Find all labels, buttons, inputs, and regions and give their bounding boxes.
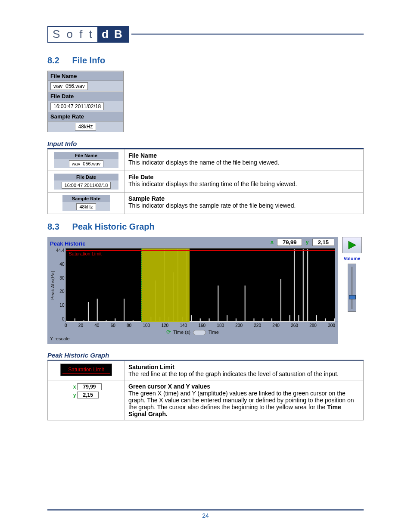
rescale-icon[interactable]: ⟳ bbox=[166, 329, 171, 335]
section-number: 8.2 bbox=[47, 56, 70, 65]
waveform bbox=[66, 249, 335, 322]
volume-label: Volume bbox=[344, 256, 361, 261]
peak-historic-desc-table: Saturation Limit Saturation Limit The re… bbox=[47, 361, 364, 420]
table-row: File Date 16:00:47 2011/02/18 File Date … bbox=[48, 171, 364, 193]
table-row: x79,99 y2,15 Green cursor X and Y values… bbox=[48, 380, 364, 420]
file-name-value: wav_056.wav bbox=[50, 82, 88, 90]
mini-file-name: File Name wav_056.wav bbox=[54, 152, 118, 168]
green-cursor[interactable] bbox=[141, 249, 142, 322]
chart-title: Peak Historic bbox=[50, 240, 85, 247]
desc-text: This indicator displays the sample rate … bbox=[128, 202, 296, 209]
page-number: 24 bbox=[202, 512, 209, 519]
peak-historic-chart[interactable]: Peak Historic x 79,99 y 2,15 Peak Abs(Pa… bbox=[47, 237, 338, 344]
x-ticks: 0204060801001201401601802002202402602803… bbox=[50, 322, 335, 328]
desc-text: This indicator displays the starting tim… bbox=[128, 180, 297, 187]
header-rule bbox=[131, 34, 364, 35]
cursor-readout: x 79,99 y 2,15 bbox=[271, 239, 334, 246]
desc-head: File Name bbox=[128, 152, 157, 159]
xy-readout-chip: x79,99 y2,15 bbox=[71, 383, 101, 398]
desc-text: The green X (time) and Y (amplitude) val… bbox=[128, 390, 354, 411]
file-date-label: File Date bbox=[48, 91, 123, 101]
peak-historic-chart-wrap: Peak Historic x 79,99 y 2,15 Peak Abs(Pa… bbox=[47, 237, 364, 344]
volume-slider[interactable] bbox=[348, 264, 356, 312]
desc-head: Green cursor X and Y values bbox=[128, 383, 210, 390]
mini-sample-rate: Sample Rate 48kHz bbox=[62, 195, 110, 211]
cursor-x-label: x bbox=[271, 239, 274, 246]
chart-side-panel: Volume bbox=[340, 237, 364, 344]
chart-canvas[interactable]: Saturation Limit bbox=[65, 248, 335, 322]
y-rescale-label[interactable]: Y rescale bbox=[50, 336, 335, 341]
desc-head: File Date bbox=[128, 174, 153, 180]
input-info-table: File Name wav_056.wav File Name This ind… bbox=[47, 149, 364, 214]
saturation-limit-chip: Saturation Limit bbox=[60, 364, 112, 376]
sample-rate-value: 48kHz bbox=[75, 123, 96, 131]
table-row: Sample Rate 48kHz Sample Rate This indic… bbox=[48, 193, 364, 214]
mini-file-date: File Date 16:00:47 2011/02/18 bbox=[54, 174, 118, 190]
time-scrollbar[interactable] bbox=[193, 330, 206, 335]
cursor-y-label: y bbox=[305, 239, 308, 246]
cursor-x-value[interactable]: 79,99 bbox=[277, 239, 302, 246]
section-title: Peak Historic Graph bbox=[72, 222, 155, 231]
saturation-label: Saturation Limit bbox=[68, 251, 101, 256]
volume-thumb[interactable] bbox=[349, 295, 356, 299]
desc-head: Sample Rate bbox=[128, 195, 165, 202]
play-button[interactable] bbox=[342, 237, 362, 253]
logo-right: d B bbox=[97, 27, 128, 42]
section-8-3-heading: 8.3 Peak Historic Graph bbox=[47, 222, 364, 232]
logo-left: S o f t bbox=[48, 27, 97, 42]
sample-rate-label: Sample Rate bbox=[48, 112, 123, 121]
file-info-panel: File Name wav_056.wav File Date 16:00:47… bbox=[47, 71, 124, 132]
highlight-region bbox=[141, 249, 190, 322]
y-axis-label: Peak Abs(Pa) bbox=[50, 248, 55, 322]
section-number: 8.3 bbox=[47, 222, 70, 232]
header-logo-line: S o f t d B bbox=[47, 26, 364, 43]
svg-marker-0 bbox=[349, 241, 356, 249]
saturation-line bbox=[66, 250, 335, 251]
page-footer: 24 bbox=[47, 509, 364, 519]
desc-head: Saturation Limit bbox=[128, 364, 174, 370]
table-row: File Name wav_056.wav File Name This ind… bbox=[48, 149, 364, 171]
section-title: File Info bbox=[72, 56, 106, 65]
x-axis-label: ⟳ Time (s) Time bbox=[50, 329, 335, 335]
file-date-value: 16:00:47 2011/02/18 bbox=[50, 103, 104, 110]
section-8-2-heading: 8.2 File Info bbox=[47, 56, 364, 65]
desc-text: This indicator displays the name of the … bbox=[128, 159, 279, 166]
desc-text: The red line at the top of the graph ind… bbox=[128, 370, 339, 377]
play-icon bbox=[347, 240, 357, 250]
cursor-y-value[interactable]: 2,15 bbox=[312, 239, 334, 246]
logo: S o f t d B bbox=[47, 26, 129, 43]
peak-historic-graph-subheading: Peak Historic Graph bbox=[47, 352, 364, 361]
file-name-label: File Name bbox=[48, 71, 123, 81]
table-row: Saturation Limit Saturation Limit The re… bbox=[48, 361, 364, 380]
input-info-subheading: Input Info bbox=[47, 140, 364, 149]
y-ticks: 44.4 40 30 20 10 0 bbox=[56, 248, 65, 321]
